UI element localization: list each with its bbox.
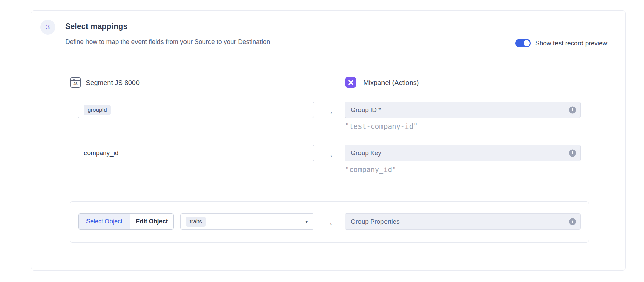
test-preview-value: "test-company-id" bbox=[345, 122, 418, 131]
select-mappings-card: 3 Select mappings Define how to map the … bbox=[31, 10, 626, 271]
test-preview-value: "company_id" bbox=[345, 166, 396, 174]
destination-field-label: Group Properties bbox=[351, 218, 400, 225]
page-subtitle: Define how to map the event fields from … bbox=[65, 38, 270, 46]
source-field-input-group-id[interactable]: groupId bbox=[78, 102, 314, 118]
toggle-knob bbox=[524, 40, 530, 46]
browser-titlebar bbox=[71, 78, 80, 81]
object-button-group: Select Object Edit Object bbox=[78, 213, 174, 230]
source-field-chip: groupId bbox=[84, 105, 111, 115]
mixpanel-icon bbox=[345, 77, 356, 88]
arrow-right-icon: → bbox=[321, 106, 338, 117]
source-browser-js-icon: JS bbox=[70, 77, 81, 88]
destination-field-group-id[interactable]: Group ID * i bbox=[345, 102, 581, 118]
info-icon[interactable]: i bbox=[569, 218, 576, 225]
source-field-input-group-key[interactable]: company_id bbox=[78, 145, 314, 161]
step-number-badge: 3 bbox=[40, 20, 55, 35]
object-mapping-container: Select Object Edit Object traits ▾ → Gro… bbox=[70, 201, 589, 243]
info-icon[interactable]: i bbox=[569, 149, 576, 157]
source-field-text: company_id bbox=[84, 149, 118, 157]
page-title: Select mappings bbox=[65, 22, 127, 31]
toggle-label: Show test record preview bbox=[535, 39, 607, 47]
section-divider bbox=[69, 188, 590, 188]
destination-field-group-properties[interactable]: Group Properties i bbox=[345, 213, 581, 230]
js-badge: JS bbox=[71, 81, 80, 87]
show-test-record-preview-toggle[interactable] bbox=[515, 39, 531, 47]
arrow-right-icon: → bbox=[321, 149, 338, 160]
object-source-dropdown[interactable]: traits ▾ bbox=[180, 213, 314, 230]
source-name: Segment JS 8000 bbox=[86, 79, 140, 87]
dropdown-value-chip: traits bbox=[186, 217, 206, 227]
header-divider bbox=[31, 56, 625, 56]
destination-field-label: Group ID * bbox=[351, 106, 381, 114]
destination-field-group-key[interactable]: Group Key i bbox=[345, 145, 581, 161]
destination-field-label: Group Key bbox=[351, 149, 381, 157]
select-object-button[interactable]: Select Object bbox=[79, 214, 130, 229]
destination-name: Mixpanel (Actions) bbox=[363, 79, 419, 87]
chevron-down-icon: ▾ bbox=[305, 219, 308, 224]
arrow-right-icon: → bbox=[321, 218, 338, 228]
edit-object-button[interactable]: Edit Object bbox=[130, 214, 173, 229]
info-icon[interactable]: i bbox=[569, 106, 576, 113]
